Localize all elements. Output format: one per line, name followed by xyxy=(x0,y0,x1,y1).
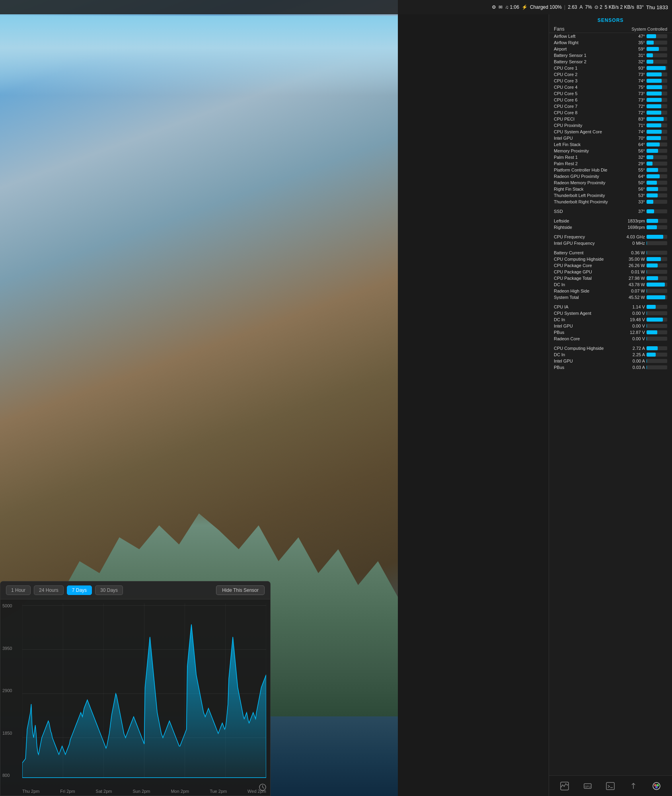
sensor-row: CPU Core 4 75° xyxy=(549,84,672,90)
wifi-percentage: 7% xyxy=(585,4,592,10)
voltage-sensors-list: CPU IA 1.14 V CPU System Agent 0.00 V DC… xyxy=(549,304,672,342)
sensor-value: 64° xyxy=(628,174,645,179)
sensor-bar-fill xyxy=(647,241,647,245)
fans-label: Fans xyxy=(554,26,565,32)
sensor-bar-fill xyxy=(647,251,647,255)
sensor-name: CPU Core 6 xyxy=(554,98,627,102)
sensor-bar-fill xyxy=(647,72,662,76)
sensor-bar-fill xyxy=(647,41,654,45)
sensor-bar-fill xyxy=(647,85,662,89)
activity-tab-icon[interactable] xyxy=(556,777,573,795)
sensor-name: Airport xyxy=(554,47,627,51)
sensor-name: PBus xyxy=(554,330,627,335)
volume-level[interactable]: 2.63 xyxy=(568,4,577,10)
sensor-bar-container xyxy=(647,270,667,274)
fans-value: System Controlled xyxy=(631,27,667,31)
messages-icon[interactable]: ✉ xyxy=(499,4,503,10)
sensor-row: Intel GPU Frequency 0 MHz xyxy=(549,240,672,246)
sensor-value: 0.00 V xyxy=(628,336,645,341)
sensor-bar-fill xyxy=(647,276,658,280)
sensor-value: 1833rpm xyxy=(628,219,645,223)
sensor-row: Radeon Core 0.00 V xyxy=(549,336,672,342)
sensor-name: Platform Controller Hub Die xyxy=(554,168,627,172)
time-button-24hours[interactable]: 24 Hours xyxy=(34,585,64,595)
sensor-name: CPU Package GPU xyxy=(554,269,627,274)
sensor-row: Radeon GPU Proximity 64° xyxy=(549,173,672,179)
x-label-sat: Sat 2pm xyxy=(96,789,112,794)
cpu-menu-icon[interactable]: ⚙ xyxy=(492,4,496,10)
sensor-value: 50° xyxy=(628,180,645,185)
sensor-bar-container xyxy=(647,365,667,369)
sensor-value: 53° xyxy=(628,193,645,198)
menubar: ⚙ ✉ ♫ 1:06 ⚡ Charged 100% | 2.63 A 7% ⊙ … xyxy=(0,0,672,14)
time-button-7days[interactable]: 7 Days xyxy=(67,585,92,595)
sensor-row: DC In 2.25 A xyxy=(549,351,672,358)
sensor-value: 2.25 A xyxy=(628,352,645,357)
sensor-bar-fill xyxy=(647,181,657,185)
time-button-30days[interactable]: 30 Days xyxy=(95,585,123,595)
sensor-row: CPU Core 8 72° xyxy=(549,109,672,116)
sensor-value: 27.98 W xyxy=(628,276,645,281)
sensor-bar-fill xyxy=(647,305,656,309)
y-label-2900: 2900 xyxy=(2,688,12,693)
clock-icon[interactable] xyxy=(259,784,266,792)
sensor-row: Radeon Memory Proximity 50° xyxy=(549,179,672,186)
sensor-value: 83° xyxy=(628,117,645,121)
sensor-name: Left Fin Stack xyxy=(554,142,627,147)
sensor-value: 45.52 W xyxy=(628,295,645,300)
sensor-name: CPU Core 1 xyxy=(554,66,627,70)
sensor-row: CPU Core 6 73° xyxy=(549,97,672,103)
sensor-name: CPU PECI xyxy=(554,117,627,121)
sensor-value: 0.00 A xyxy=(628,359,645,363)
sensor-name: CPU System Agent Core xyxy=(554,129,627,134)
sensor-bar-container xyxy=(647,305,667,309)
sensor-bar-fill xyxy=(647,353,656,357)
sensor-row: CPU Core 1 93° xyxy=(549,65,672,71)
language-indicator[interactable]: A xyxy=(579,4,582,10)
gpu-tab-icon[interactable]: GPU xyxy=(579,777,596,795)
sensor-bar-fill xyxy=(647,47,659,51)
sensor-row: CPU Package GPU 0.01 W xyxy=(549,269,672,275)
sensor-row: Palm Rest 1 32° xyxy=(549,154,672,160)
hide-sensor-button[interactable]: Hide This Sensor xyxy=(216,585,265,595)
sensor-bar-container xyxy=(647,318,667,322)
sensor-name: DC In xyxy=(554,352,627,357)
sensor-row: Thunderbolt Right Proximity 33° xyxy=(549,199,672,205)
network-tab-icon[interactable] xyxy=(625,777,642,795)
sensor-bar-fill xyxy=(647,324,647,328)
sensor-bar-container xyxy=(647,34,667,38)
sensor-bar-fill xyxy=(647,104,661,108)
sensor-bar-container xyxy=(647,162,667,166)
sensor-bar-fill xyxy=(647,359,647,363)
sensor-name: CPU IA xyxy=(554,304,627,309)
sensor-value: 33° xyxy=(628,199,645,204)
sensor-bar-container xyxy=(647,174,667,178)
sensor-bar-fill xyxy=(647,200,653,204)
sensor-row: Intel GPU 0.00 V xyxy=(549,323,672,329)
x-label-mon: Mon 2pm xyxy=(171,789,189,794)
sensor-bar-fill xyxy=(647,149,658,153)
sensors-panel: SENSORS Fans System Controlled Airflow L… xyxy=(549,14,672,796)
sensor-bar-container xyxy=(647,353,667,357)
terminal-tab-icon[interactable] xyxy=(602,777,619,795)
svg-point-7 xyxy=(654,784,656,786)
sensor-row: CPU Computing Highside 2.72 A xyxy=(549,345,672,351)
network-speeds: 5 KB/s 2 KB/s xyxy=(605,4,634,10)
lightning-icon[interactable]: ⚡ xyxy=(522,4,528,10)
sensor-bar-container xyxy=(647,359,667,363)
sensor-name: CPU Core 2 xyxy=(554,72,627,77)
activity-monitor-icon[interactable]: ⊙ 2 xyxy=(594,4,602,10)
music-player[interactable]: ♫ 1:06 xyxy=(505,4,519,10)
sensor-bar-container xyxy=(647,181,667,185)
sensor-bar-container xyxy=(647,337,667,341)
sensor-bar-container xyxy=(647,324,667,328)
sensor-value: 74° xyxy=(628,129,645,134)
sensor-value: 0.00 V xyxy=(628,324,645,328)
sensor-value: 55° xyxy=(628,168,645,172)
sensor-value: 73° xyxy=(628,91,645,96)
y-label-1850: 1850 xyxy=(2,731,12,736)
sensor-value: 93° xyxy=(628,66,645,70)
time-button-1hour[interactable]: 1 Hour xyxy=(6,585,31,595)
color-tab-icon[interactable] xyxy=(648,777,665,795)
sensor-bar-container xyxy=(647,60,667,64)
